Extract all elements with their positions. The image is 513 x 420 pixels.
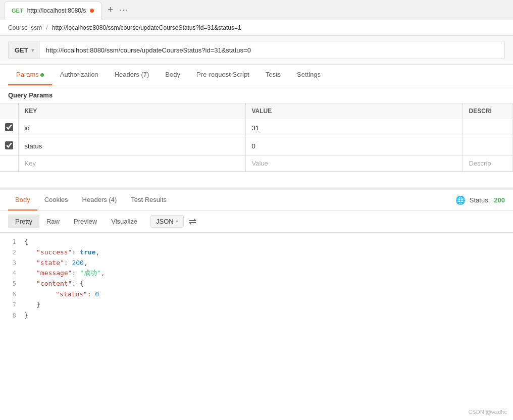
json-line-1: 1 { <box>0 237 513 247</box>
url-input[interactable]: http://localhost:8080/ssm/course/updateC… <box>40 41 505 59</box>
response-tabs: Body Cookies Headers (4) Test Results 🌐 … <box>0 190 513 211</box>
tab-method: GET <box>12 8 23 14</box>
chevron-down-icon: ▾ <box>176 219 178 224</box>
tab-params[interactable]: Params <box>8 65 52 85</box>
json-line-4: 4 "message": "成功", <box>0 268 513 279</box>
row1-desc[interactable] <box>463 119 513 137</box>
line-content-3: "state": 200, <box>24 258 513 269</box>
format-bar: Pretty Raw Preview Visualize JSON ▾ ⇌ <box>0 211 513 233</box>
json-line-6: 6 "status": 0 <box>0 289 513 300</box>
resp-tab-body-label: Body <box>15 196 30 203</box>
tab-authorization[interactable]: Authorization <box>52 65 107 85</box>
request-bar: GET ▾ http://localhost:8080/ssm/course/u… <box>0 36 513 65</box>
tab-headers[interactable]: Headers (7) <box>107 65 158 85</box>
table-placeholder-row: Key Value Descrip <box>0 155 513 172</box>
wrap-icon[interactable]: ⇌ <box>189 216 196 227</box>
line-num-1: 1 <box>0 237 24 247</box>
format-tab-raw[interactable]: Raw <box>39 215 67 228</box>
params-table: KEY VALUE DESCRI id 31 status <box>0 103 513 172</box>
status-info: 🌐 Status: 200 <box>455 195 505 205</box>
row1-checkbox-cell[interactable] <box>0 119 18 137</box>
resp-tab-test-results[interactable]: Test Results <box>124 190 174 211</box>
add-tab-button[interactable]: + <box>104 3 117 17</box>
col-value-header: VALUE <box>245 103 463 119</box>
placeholder-desc[interactable]: Descrip <box>463 155 513 172</box>
placeholder-checkbox-cell <box>0 155 18 172</box>
resp-tab-test-results-label: Test Results <box>131 196 167 203</box>
tab-params-label: Params <box>16 71 39 78</box>
line-content-6: "status": 0 <box>24 289 513 300</box>
row2-checkbox[interactable] <box>5 141 13 149</box>
row1-key[interactable]: id <box>18 119 245 137</box>
line-num-4: 4 <box>0 268 24 278</box>
format-selector[interactable]: JSON ▾ <box>150 215 184 228</box>
format-tab-visualize[interactable]: Visualize <box>104 215 144 228</box>
params-dot <box>40 73 44 77</box>
placeholder-value[interactable]: Value <box>245 155 463 172</box>
more-tabs-icon[interactable]: ··· <box>119 6 129 15</box>
tab-prerequest[interactable]: Pre-request Script <box>188 65 258 85</box>
tab-headers-label: Headers (7) <box>115 71 149 78</box>
tab-body-label: Body <box>165 71 180 78</box>
status-label: Status: <box>470 196 490 204</box>
line-content-2: "success": true, <box>24 247 513 258</box>
query-params-title: Query Params <box>0 85 513 103</box>
resp-tab-cookies-label: Cookies <box>44 196 68 203</box>
json-line-7: 7 } <box>0 300 513 310</box>
status-code: 200 <box>494 196 505 204</box>
line-content-8: } <box>24 310 513 321</box>
placeholder-key[interactable]: Key <box>18 155 245 172</box>
tab-settings[interactable]: Settings <box>289 65 329 85</box>
tab-authorization-label: Authorization <box>60 71 98 78</box>
line-content-1: { <box>24 237 513 247</box>
json-line-8: 8 } <box>0 310 513 321</box>
tab-prerequest-label: Pre-request Script <box>196 71 249 78</box>
row2-checkbox-cell[interactable] <box>0 137 18 155</box>
json-line-5: 5 "content": { <box>0 279 513 289</box>
tab-tests[interactable]: Tests <box>258 65 289 85</box>
col-checkbox <box>0 103 18 119</box>
tab-dot <box>90 9 94 13</box>
resp-tab-headers[interactable]: Headers (4) <box>75 190 124 211</box>
response-container: Body Cookies Headers (4) Test Results 🌐 … <box>0 187 513 325</box>
tab-bar: GET http://localhost:8080/s + ··· <box>0 0 513 20</box>
method-selector[interactable]: GET ▾ <box>8 41 40 59</box>
globe-icon: 🌐 <box>455 195 466 205</box>
tab-tests-label: Tests <box>266 71 281 78</box>
breadcrumb-separator: / <box>46 24 47 31</box>
line-content-7: } <box>24 300 513 310</box>
row1-value[interactable]: 31 <box>245 119 463 137</box>
line-num-8: 8 <box>0 310 24 321</box>
line-num-2: 2 <box>0 247 24 257</box>
line-content-5: "content": { <box>24 279 513 289</box>
format-tab-pretty[interactable]: Pretty <box>8 215 39 228</box>
tab-url: http://localhost:8080/s <box>27 7 86 14</box>
resp-tab-body[interactable]: Body <box>8 190 37 211</box>
row1-checkbox[interactable] <box>5 123 13 131</box>
browser-tab[interactable]: GET http://localhost:8080/s <box>4 2 101 20</box>
tab-body[interactable]: Body <box>157 65 188 85</box>
row2-desc[interactable] <box>463 137 513 155</box>
line-num-5: 5 <box>0 279 24 289</box>
breadcrumb-collection: Course_ssm <box>8 24 42 31</box>
line-num-3: 3 <box>0 258 24 268</box>
json-line-3: 3 "state": 200, <box>0 258 513 269</box>
json-view: 1 { 2 "success": true, 3 "state": 200, 4… <box>0 233 513 325</box>
request-tabs: Params Authorization Headers (7) Body Pr… <box>0 65 513 85</box>
address-bar: Course_ssm / http://localhost:8080/ssm/c… <box>0 20 513 36</box>
json-line-2: 2 "success": true, <box>0 247 513 258</box>
format-tab-preview[interactable]: Preview <box>67 215 104 228</box>
col-key-header: KEY <box>18 103 245 119</box>
method-label: GET <box>15 46 28 54</box>
table-row: id 31 <box>0 119 513 137</box>
tab-settings-label: Settings <box>297 71 321 78</box>
breadcrumb-url: http://localhost:8080/ssm/course/updateC… <box>52 24 241 31</box>
chevron-down-icon: ▾ <box>31 47 34 53</box>
row2-value[interactable]: 0 <box>245 137 463 155</box>
format-selector-label: JSON <box>156 218 174 225</box>
table-row: status 0 <box>0 137 513 155</box>
resp-tab-cookies[interactable]: Cookies <box>37 190 75 211</box>
line-num-6: 6 <box>0 289 24 299</box>
row2-key[interactable]: status <box>18 137 245 155</box>
line-content-4: "message": "成功", <box>24 268 513 279</box>
